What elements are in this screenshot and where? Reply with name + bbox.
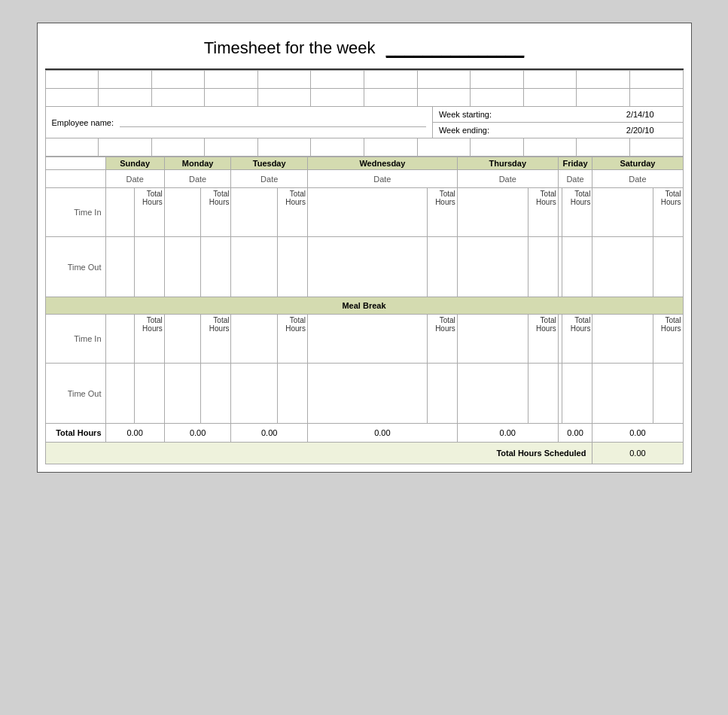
date-friday: Date [558, 170, 592, 188]
header-friday: Friday [558, 157, 592, 170]
top-blank-row-1 [46, 71, 683, 89]
top-cell [364, 89, 418, 106]
timeout-total-wednesday-2 [427, 364, 457, 424]
week-starting-label: Week starting: [439, 110, 492, 119]
time-out-wednesday-2[interactable] [307, 364, 427, 424]
week-info-area: Week starting: 2/14/10 Week ending: 2/20… [433, 107, 683, 138]
top-cell [311, 71, 364, 88]
time-in-saturday-1[interactable] [592, 188, 653, 237]
top-cell [46, 71, 99, 88]
total-hours-monday-1: TotalHours [201, 188, 231, 237]
time-out-sunday-1[interactable] [105, 237, 134, 297]
scheduled-row: Total Hours Scheduled 0.00 [45, 443, 683, 464]
header-wednesday: Wednesday [307, 157, 457, 170]
time-in-thursday-1[interactable] [457, 188, 528, 237]
meal-break-row: Meal Break [45, 297, 683, 315]
time-out-saturday-2[interactable] [592, 364, 653, 424]
header-tuesday: Tuesday [231, 157, 307, 170]
time-in-sunday-1[interactable] [105, 188, 134, 237]
total-thursday: 0.00 [457, 424, 558, 443]
week-ending-value: 2/20/10 [626, 126, 654, 135]
time-out-monday-1[interactable] [164, 237, 201, 297]
top-cell [577, 89, 630, 106]
time-in-monday-2[interactable] [164, 315, 201, 364]
timeout-total-monday-2 [201, 364, 231, 424]
timeout-total-saturday-1 [653, 237, 683, 297]
top-cell [152, 71, 206, 88]
employee-name-input[interactable] [120, 117, 426, 127]
total-hours-monday-2: TotalHours [201, 315, 231, 364]
total-hours-saturday-2: TotalHours [653, 315, 683, 364]
top-cell [524, 89, 577, 106]
top-cell [258, 89, 312, 106]
time-in-tuesday-2[interactable] [231, 315, 277, 364]
scheduled-label: Total Hours Scheduled [45, 443, 592, 464]
date-row: Date Date Date Date Date Date Date [45, 170, 683, 188]
title-text: Timesheet for the week [204, 38, 376, 57]
time-out-row-1: Time Out [45, 237, 683, 297]
header-saturday: Saturday [592, 157, 683, 170]
total-hours-thursday-2: TotalHours [528, 315, 558, 364]
timesheet-title: Timesheet for the week _______________ [45, 31, 684, 70]
total-hours-friday-1: TotalHours [562, 188, 592, 237]
week-ending-row: Week ending: 2/20/10 [433, 123, 683, 138]
time-out-monday-2[interactable] [164, 364, 201, 424]
date-thursday: Date [457, 170, 558, 188]
time-in-sunday-2[interactable] [105, 315, 134, 364]
time-out-tuesday-2[interactable] [231, 364, 277, 424]
time-out-thursday-1[interactable] [457, 237, 528, 297]
top-cell [524, 71, 577, 88]
total-hours-friday-2: TotalHours [562, 315, 592, 364]
time-in-thursday-2[interactable] [457, 315, 528, 364]
time-in-label-1: Time In [45, 188, 105, 237]
header-thursday: Thursday [457, 157, 558, 170]
timeout-total-thursday-2 [528, 364, 558, 424]
week-starting-value: 2/14/10 [626, 110, 654, 119]
employee-name-label: Employee name: [52, 118, 114, 127]
top-cell [630, 71, 683, 88]
time-out-tuesday-1[interactable] [231, 237, 277, 297]
header-sunday: Sunday [105, 157, 164, 170]
top-cell [471, 71, 524, 88]
time-in-saturday-2[interactable] [592, 315, 653, 364]
top-cell [205, 89, 258, 106]
total-hours-sunday-1: TotalHours [134, 188, 164, 237]
blank-row-before-headers [46, 138, 683, 157]
total-hours-row-label: Total Hours [45, 424, 105, 443]
total-sunday: 0.00 [105, 424, 164, 443]
meal-break-label: Meal Break [45, 297, 683, 315]
total-hours-tuesday-2: TotalHours [277, 315, 307, 364]
time-out-label-2: Time Out [45, 364, 105, 424]
top-cell [364, 71, 418, 88]
time-in-wednesday-1[interactable] [307, 188, 427, 237]
top-cell [311, 89, 364, 106]
total-tuesday: 0.00 [231, 424, 307, 443]
total-hours-saturday-1: TotalHours [653, 188, 683, 237]
time-out-thursday-2[interactable] [457, 364, 528, 424]
time-out-sunday-2[interactable] [105, 364, 134, 424]
header-label-cell [45, 157, 105, 170]
scheduled-value: 0.00 [592, 443, 683, 464]
date-sunday: Date [105, 170, 164, 188]
timeout-total-monday-1 [201, 237, 231, 297]
week-ending-label: Week ending: [439, 126, 489, 135]
total-hours-wednesday-2: TotalHours [427, 315, 457, 364]
top-cell [471, 89, 524, 106]
time-in-tuesday-1[interactable] [231, 188, 277, 237]
time-out-wednesday-1[interactable] [307, 237, 427, 297]
time-out-saturday-1[interactable] [592, 237, 653, 297]
top-cell [205, 71, 258, 88]
date-tuesday: Date [231, 170, 307, 188]
timeout-total-sunday-2 [134, 364, 164, 424]
date-monday: Date [164, 170, 231, 188]
time-in-row-2: Time In TotalHours TotalHours TotalHours… [45, 315, 683, 364]
week-date-field[interactable]: _______________ [386, 38, 525, 57]
total-wednesday: 0.00 [307, 424, 457, 443]
time-in-monday-1[interactable] [164, 188, 201, 237]
total-hours-thursday-1: TotalHours [528, 188, 558, 237]
total-hours-sunday-2: TotalHours [134, 315, 164, 364]
day-header-row: Sunday Monday Tuesday Wednesday Thursday… [45, 157, 683, 170]
top-cell [577, 71, 630, 88]
time-in-wednesday-2[interactable] [307, 315, 427, 364]
total-hours-tuesday-1: TotalHours [277, 188, 307, 237]
